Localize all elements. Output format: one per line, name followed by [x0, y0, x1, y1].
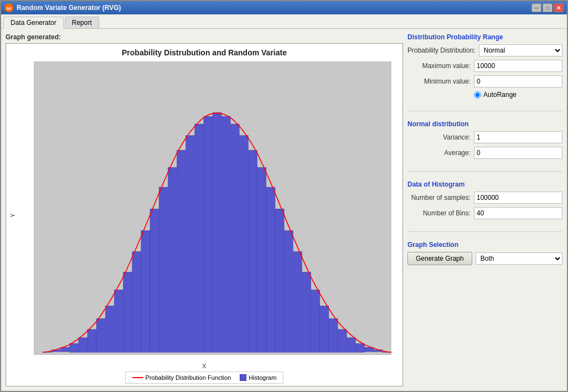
tab-data-generator[interactable]: Data Generator	[3, 17, 64, 29]
svg-rect-18	[186, 136, 195, 353]
y-axis-label: Y	[9, 213, 16, 217]
svg-rect-19	[195, 124, 204, 352]
tab-bar: Data Generator Report	[1, 14, 567, 29]
divider-1	[407, 111, 562, 111]
svg-rect-34	[329, 318, 338, 352]
main-content: Graph generated: Probability Distrubutio…	[1, 29, 567, 391]
svg-rect-13	[141, 230, 150, 352]
minimum-value-row: Minimum value:	[407, 75, 562, 87]
graph-selection-section: Graph Selection Generate Graph Both Hist…	[407, 241, 562, 265]
svg-rect-9	[105, 306, 114, 352]
num-samples-label: Number of samples:	[407, 194, 474, 202]
legend-pdf-label: Probability Distribution Function	[146, 374, 231, 381]
svg-rect-22	[221, 116, 230, 352]
graph-selection-row: Generate Graph Both Histogram only PDF o…	[407, 252, 562, 265]
graph-container: Probability Distrubution and Random Vari…	[6, 43, 403, 386]
minimum-value-label: Minimum value:	[407, 78, 474, 85]
variance-row: Variance:	[407, 131, 562, 143]
num-samples-row: Number of samples:	[407, 192, 562, 204]
svg-rect-29	[284, 230, 293, 352]
distribution-section: Distribution Probability Range Probabili…	[407, 33, 562, 102]
graph-title: Probability Distrubution and Random Vari…	[122, 44, 287, 59]
maximum-value-label: Maximum value:	[407, 62, 474, 70]
title-bar-left: ω Random Variate Generator (RVG)	[4, 3, 121, 12]
svg-rect-26	[257, 167, 266, 352]
svg-rect-17	[177, 150, 185, 352]
average-label: Average:	[407, 149, 474, 157]
graph-section: Graph generated: Probability Distrubutio…	[6, 33, 403, 386]
svg-rect-10	[114, 290, 123, 352]
tab-report[interactable]: Report	[65, 17, 99, 28]
variance-label: Variance:	[407, 133, 474, 141]
svg-rect-21	[213, 112, 221, 352]
graph-selection-title: Graph Selection	[407, 241, 562, 249]
maximum-value-row: Maximum value:	[407, 60, 562, 72]
legend-histogram: Histogram	[240, 374, 276, 381]
title-controls: ─ □ ✕	[531, 3, 564, 12]
num-bins-row: Number of Bins:	[407, 207, 562, 219]
autorange-label: AutoRange	[483, 91, 517, 99]
maximize-button[interactable]: □	[543, 3, 552, 12]
x-axis-label: X	[202, 363, 206, 369]
svg-rect-16	[168, 167, 177, 352]
svg-rect-27	[266, 187, 275, 352]
chart-legend: Probability Distribution Function Histog…	[125, 372, 284, 384]
legend-histogram-bar	[240, 374, 246, 381]
autorange-radio[interactable]	[474, 91, 481, 99]
normal-dist-title: Normal distribution	[407, 120, 562, 128]
svg-rect-20	[204, 116, 213, 352]
distribution-section-title: Distribution Probability Range	[407, 33, 562, 41]
divider-2	[407, 171, 562, 172]
variance-input[interactable]	[474, 131, 562, 143]
graph-type-select[interactable]: Both Histogram only PDF only	[476, 252, 562, 265]
svg-rect-5	[70, 343, 79, 352]
chart-area: Y X	[6, 59, 402, 372]
window-title: Random Variate Generator (RVG)	[17, 4, 121, 12]
divider-3	[407, 231, 562, 232]
svg-rect-36	[347, 338, 355, 353]
svg-rect-32	[311, 290, 320, 352]
close-button[interactable]: ✕	[554, 3, 564, 12]
legend-pdf-line	[132, 377, 143, 378]
generate-graph-button[interactable]: Generate Graph	[407, 252, 472, 265]
svg-rect-11	[123, 272, 132, 352]
title-bar: ω Random Variate Generator (RVG) ─ □ ✕	[1, 1, 567, 14]
chart-inner: 0,000 0,025 0,050 0,075 0,100 0,125 0,15…	[34, 61, 391, 355]
histogram-section-title: Data of Histogram	[407, 180, 562, 188]
right-panel: Distribution Probability Range Probabili…	[407, 33, 562, 386]
svg-rect-30	[293, 251, 302, 352]
svg-rect-33	[320, 306, 329, 352]
chart-svg: 0,000 0,025 0,050 0,075 0,100 0,125 0,15…	[34, 61, 391, 355]
svg-rect-37	[355, 343, 364, 352]
probability-distribution-row: Probability Distribution: Normal Uniform…	[407, 44, 562, 56]
svg-rect-23	[230, 124, 239, 352]
histogram-section: Data of Histogram Number of samples: Num…	[407, 180, 562, 223]
svg-rect-15	[159, 187, 168, 352]
legend-pdf: Probability Distribution Function	[132, 374, 231, 381]
svg-rect-25	[249, 150, 257, 352]
svg-rect-24	[239, 136, 248, 353]
num-samples-input[interactable]	[474, 192, 562, 204]
svg-rect-8	[96, 318, 105, 352]
maximum-value-input[interactable]	[474, 60, 562, 72]
autorange-row: AutoRange	[474, 91, 562, 99]
average-row: Average:	[407, 147, 562, 159]
normal-dist-section: Normal distribution Variance: Average:	[407, 120, 562, 162]
main-window: ω Random Variate Generator (RVG) ─ □ ✕ D…	[0, 0, 568, 392]
average-input[interactable]	[474, 147, 562, 159]
svg-rect-35	[338, 329, 347, 352]
minimum-value-input[interactable]	[474, 75, 562, 87]
svg-rect-12	[132, 251, 141, 352]
svg-rect-6	[79, 338, 87, 353]
num-bins-input[interactable]	[474, 207, 562, 219]
app-icon: ω	[4, 3, 13, 12]
svg-rect-31	[302, 272, 311, 352]
graph-generated-label: Graph generated:	[6, 33, 403, 41]
svg-rect-28	[275, 209, 284, 352]
probability-distribution-select[interactable]: Normal Uniform Exponential Poisson	[479, 44, 562, 56]
probability-distribution-label: Probability Distribution:	[407, 47, 479, 54]
svg-rect-7	[87, 329, 96, 352]
legend-histogram-label: Histogram	[249, 374, 276, 381]
minimize-button[interactable]: ─	[531, 3, 541, 12]
svg-rect-14	[150, 209, 159, 352]
